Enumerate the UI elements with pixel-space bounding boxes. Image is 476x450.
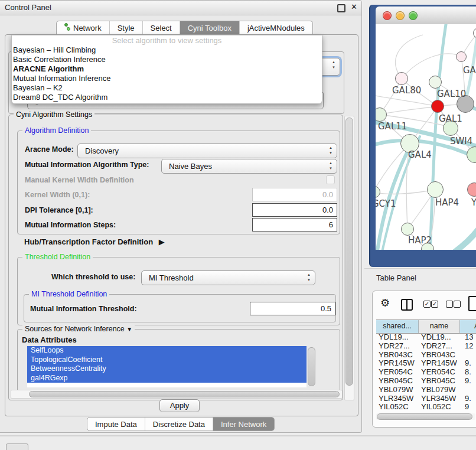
sources-title[interactable]: Sources for Network Inference ▼ [22,325,135,333]
table-cell: YIL052C [376,403,419,412]
table-row[interactable]: YPR145WYPR145W9. [376,359,476,368]
mi-steps-field[interactable]: 6 [252,218,337,231]
bottom-tab-bar: Impute DataDiscretize DataInfer Network [87,417,275,431]
table-row[interactable]: YLR345WYLR345W9. [376,394,476,403]
data-attribute-item[interactable]: SelfLoops [27,346,307,356]
table-row[interactable]: YER054CYER054C8. [376,368,476,377]
which-threshold-combo[interactable]: MI Threshold ▲▼ [141,270,315,285]
node-label: GCY1 [376,198,396,209]
table-cell: YBR045C [376,377,419,386]
float-window-icon[interactable] [337,4,345,12]
data-attribute-item[interactable]: BetweennessCentrality [27,364,307,374]
network-canvas[interactable]: GALGAL80GAL10GAL1GAL11SWI4GAL4GCY1HAP4YH… [376,24,476,250]
data-attribute-item[interactable]: gal4RGexp [27,374,307,383]
tab-infer-network[interactable]: Infer Network [213,418,274,431]
tab-impute-data[interactable]: Impute Data [87,418,145,431]
page-icon[interactable] [468,296,476,311]
list-scrollbar[interactable] [308,347,315,386]
table-cell: YLR345W [376,394,419,403]
node-label: GAL1 [439,113,462,124]
network-node[interactable] [427,181,444,198]
table-cell: YBL079W [376,386,419,394]
algorithm-definition-group: Algorithm Definition Aracne Mode: Discov… [17,131,340,234]
kernel-width-field[interactable]: 0.0 [252,188,337,201]
algorithm-option[interactable]: Basic Correlation Inference [12,55,322,64]
algorithm-option[interactable]: Bayesian – K2 [12,83,322,93]
columns-icon[interactable] [401,299,413,311]
node-label: GAL10 [437,89,466,99]
hub-definition-toggle[interactable]: Hub/Transcription Factor Definition ▶ [24,237,165,246]
node-label: SWI4 [450,136,472,146]
tab-jactivemnodules[interactable]: jActiveMNodules [240,21,312,35]
select-all-checkbox-icon[interactable]: ✓ [423,301,431,308]
collapsed-panel-stub[interactable] [6,444,28,450]
data-attribute-item[interactable]: TopologicalCoefficient [27,356,307,365]
deselect-checkbox-icon[interactable] [446,301,453,308]
zoom-traffic-light[interactable] [409,11,418,20]
dpi-tolerance-field[interactable]: 0.0 [252,203,337,217]
settings-hscrollbar[interactable] [11,390,343,399]
table-hscrollbar[interactable] [376,413,475,420]
panel-divider [0,435,476,436]
network-node[interactable] [431,100,444,113]
column-header[interactable]: A [460,320,476,333]
vscrollbar-thumb[interactable] [345,118,353,386]
tab-cyni-toolbox[interactable]: Cyni Toolbox [180,21,240,35]
column-header[interactable]: shared... [376,320,419,333]
dpi-tolerance-label: DPI Tolerance [0,1]: [25,206,93,214]
minimize-traffic-light[interactable] [396,11,405,20]
algorithm-option[interactable]: ARACNE Algorithm [12,64,322,74]
table-cell: YBR043C [376,351,419,360]
control-panel-titlebar: Control Panel ✕ [0,1,361,15]
table-row[interactable]: YDL19...YDL19...13 [376,333,476,342]
table-cell: 12 [460,342,476,351]
algorithm-option[interactable]: Dream8 DC_TDC Algorithm [12,93,322,102]
mi-steps-label: Mutual Information Steps: [25,221,116,229]
aracne-mode-combo[interactable]: Discovery ▲▼ [77,144,337,158]
data-attributes-list: SelfLoopsTopologicalCoefficientBetweenne… [27,346,307,387]
table-cell: YDL19... [376,333,419,342]
table-cell: YBR045C [419,377,460,386]
panel-title: Control Panel [5,1,51,15]
algorithm-option[interactable]: Bayesian – Hill Climbing [12,45,322,55]
table-row[interactable]: YBR043CYBR043C [376,351,476,360]
apply-button[interactable]: Apply [159,399,200,412]
table-hscrollbar-thumb[interactable] [377,413,472,420]
deselect-checkbox-icon[interactable] [454,301,461,308]
gear-icon[interactable]: ⚙ [380,296,390,309]
network-node[interactable] [456,51,467,62]
tab-label: Network [73,22,102,34]
column-header[interactable]: name [419,320,460,333]
settings-group-title: Cyni Algorithm Settings [14,110,94,119]
hscrollbar-thumb[interactable] [29,391,340,397]
select-all-checkbox-icon[interactable]: ✓ [431,301,438,308]
table-cell: YBR043C [419,351,460,360]
manual-kernel-checkbox[interactable] [326,175,335,184]
tab-select[interactable]: Select [143,21,180,35]
table-row[interactable]: YBR045CYBR045C9. [376,377,476,386]
mi-type-combo[interactable]: Naive Bayes ▲▼ [161,159,337,174]
tab-style[interactable]: Style [110,21,143,35]
algorithm-option[interactable]: Mutual Information Inference [12,74,322,83]
table-row[interactable]: YBL079WYBL079W [376,386,476,394]
mi-threshold-field[interactable]: 0.5 [250,302,335,315]
tab-discretize-data[interactable]: Discretize Data [145,418,213,431]
close-traffic-light[interactable] [383,11,392,20]
table-panel-divider [364,268,476,269]
network-node[interactable] [429,76,442,89]
settings-vscrollbar[interactable] [344,116,354,400]
tab-label: Infer Network [221,418,266,431]
network-icon [64,22,70,34]
table-cell: YER054C [376,368,419,377]
table-cell: 9 [460,403,476,412]
network-window-titlebar[interactable] [376,6,476,25]
table-row[interactable]: YDR27...YDR27...12 [376,342,476,351]
close-icon[interactable]: ✕ [351,2,357,11]
node-label: HAP4 [435,197,459,208]
network-node[interactable] [401,223,414,236]
tab-network[interactable]: Network [57,21,110,35]
table-row[interactable]: YIL052CYIL052C9 [376,403,476,412]
expand-arrow-icon: ▶ [159,237,165,246]
network-node[interactable] [395,72,408,85]
table-cell: 9. [460,377,476,386]
